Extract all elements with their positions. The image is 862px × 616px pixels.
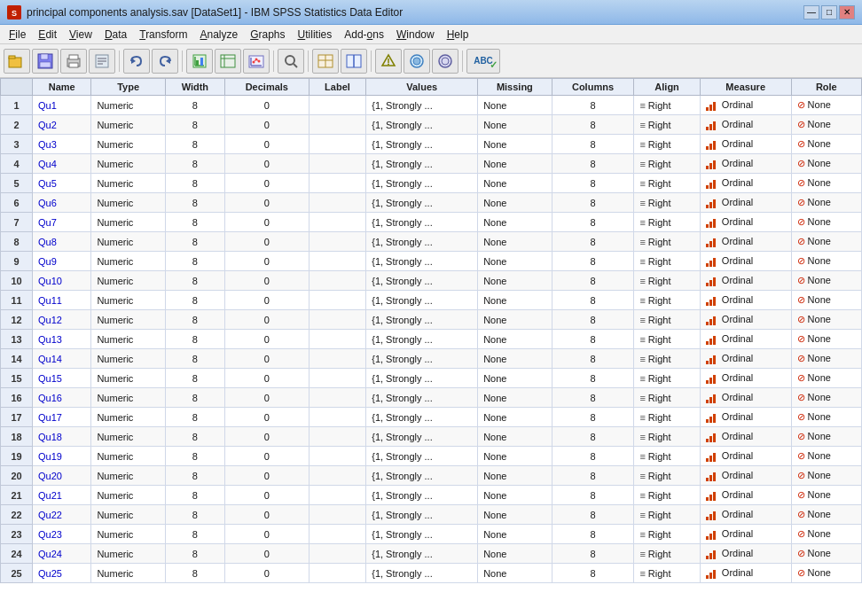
table-row[interactable]: 5Qu5Numeric80{1, Strongly ...None8≡Right… <box>1 174 862 193</box>
table-row[interactable]: 12Qu12Numeric80{1, Strongly ...None8≡Rig… <box>1 310 862 330</box>
cell-name[interactable]: Qu23 <box>33 525 91 544</box>
table-row[interactable]: 21Qu21Numeric80{1, Strongly ...None8≡Rig… <box>1 486 862 505</box>
table-row[interactable]: 13Qu13Numeric80{1, Strongly ...None8≡Rig… <box>1 330 862 349</box>
variable-view-table[interactable]: Name Type Width Decimals Label Values Mi… <box>0 78 862 616</box>
cell-name[interactable]: Qu22 <box>33 505 91 525</box>
minimize-button[interactable]: — <box>803 5 819 19</box>
col-header-role[interactable]: Role <box>791 79 861 96</box>
table-row[interactable]: 19Qu19Numeric80{1, Strongly ...None8≡Rig… <box>1 447 862 466</box>
cell-name[interactable]: Qu8 <box>33 232 91 252</box>
table-row[interactable]: 2Qu2Numeric80{1, Strongly ...None8≡Right… <box>1 115 862 135</box>
cell-name[interactable]: Qu9 <box>33 252 91 271</box>
cell-name[interactable]: Qu1 <box>33 96 91 115</box>
table-row[interactable]: 7Qu7Numeric80{1, Strongly ...None8≡Right… <box>1 213 862 232</box>
cell-values[interactable]: {1, Strongly ... <box>366 369 478 388</box>
case-button[interactable] <box>312 49 339 74</box>
col-header-width[interactable]: Width <box>165 79 224 96</box>
col-header-columns[interactable]: Columns <box>552 79 634 96</box>
cell-name[interactable]: Qu18 <box>33 427 91 447</box>
menu-utilities[interactable]: Utilities <box>293 27 338 42</box>
title-controls[interactable]: — □ ✕ <box>803 5 855 19</box>
cell-values[interactable]: {1, Strongly ... <box>366 447 478 466</box>
cell-name[interactable]: Qu7 <box>33 213 91 232</box>
table-row[interactable]: 24Qu24Numeric80{1, Strongly ...None8≡Rig… <box>1 544 862 564</box>
cell-values[interactable]: {1, Strongly ... <box>366 544 478 564</box>
cell-name[interactable]: Qu4 <box>33 154 91 174</box>
menu-view[interactable]: View <box>64 27 98 42</box>
table-row[interactable]: 22Qu22Numeric80{1, Strongly ...None8≡Rig… <box>1 505 862 525</box>
table-row[interactable]: 23Qu23Numeric80{1, Strongly ...None8≡Rig… <box>1 525 862 544</box>
cell-name[interactable]: Qu19 <box>33 447 91 466</box>
col-header-align[interactable]: Align <box>634 79 700 96</box>
table-row[interactable]: 15Qu15Numeric80{1, Strongly ...None8≡Rig… <box>1 369 862 388</box>
cell-values[interactable]: {1, Strongly ... <box>366 271 478 291</box>
weight-button[interactable] <box>375 49 402 74</box>
col-header-values[interactable]: Values <box>366 79 478 96</box>
col-header-measure[interactable]: Measure <box>700 79 791 96</box>
menu-help[interactable]: Help <box>442 27 474 42</box>
col-header-decimals[interactable]: Decimals <box>224 79 309 96</box>
chart-button[interactable] <box>243 49 270 74</box>
value-labels-button[interactable] <box>432 49 458 74</box>
menu-data[interactable]: Data <box>99 27 132 42</box>
split-button[interactable] <box>341 49 367 74</box>
cell-values[interactable]: {1, Strongly ... <box>366 135 478 154</box>
cell-values[interactable]: {1, Strongly ... <box>366 154 478 174</box>
cell-name[interactable]: Qu3 <box>33 135 91 154</box>
cell-values[interactable]: {1, Strongly ... <box>366 330 478 349</box>
col-header-missing[interactable]: Missing <box>478 79 552 96</box>
print-button[interactable] <box>60 49 87 74</box>
cell-values[interactable]: {1, Strongly ... <box>366 349 478 369</box>
col-header-name[interactable]: Name <box>33 79 91 96</box>
save-button[interactable] <box>32 49 59 74</box>
table-row[interactable]: 9Qu9Numeric80{1, Strongly ...None8≡Right… <box>1 252 862 271</box>
variable-view-button[interactable] <box>215 49 241 74</box>
table-row[interactable]: 11Qu11Numeric80{1, Strongly ...None8≡Rig… <box>1 291 862 310</box>
undo-button[interactable] <box>123 49 150 74</box>
col-header-type[interactable]: Type <box>91 79 165 96</box>
cell-values[interactable]: {1, Strongly ... <box>366 427 478 447</box>
cell-name[interactable]: Qu2 <box>33 115 91 135</box>
maximize-button[interactable]: □ <box>821 5 837 19</box>
cell-values[interactable]: {1, Strongly ... <box>366 115 478 135</box>
menu-graphs[interactable]: Graphs <box>245 27 290 42</box>
table-row[interactable]: 17Qu17Numeric80{1, Strongly ...None8≡Rig… <box>1 408 862 427</box>
cell-values[interactable]: {1, Strongly ... <box>366 505 478 525</box>
table-row[interactable]: 16Qu16Numeric80{1, Strongly ...None8≡Rig… <box>1 388 862 408</box>
cell-name[interactable]: Qu25 <box>33 564 91 583</box>
goto-data-button[interactable] <box>186 49 213 74</box>
cell-name[interactable]: Qu12 <box>33 310 91 330</box>
menu-analyze[interactable]: Analyze <box>194 27 243 42</box>
cell-name[interactable]: Qu24 <box>33 544 91 564</box>
table-row[interactable]: 3Qu3Numeric80{1, Strongly ...None8≡Right… <box>1 135 862 154</box>
table-row[interactable]: 10Qu10Numeric80{1, Strongly ...None8≡Rig… <box>1 271 862 291</box>
redo-button[interactable] <box>152 49 178 74</box>
select-cases-button[interactable] <box>404 49 430 74</box>
dialog-recall-button[interactable] <box>89 49 115 74</box>
table-row[interactable]: 18Qu18Numeric80{1, Strongly ...None8≡Rig… <box>1 427 862 447</box>
cell-values[interactable]: {1, Strongly ... <box>366 96 478 115</box>
cell-values[interactable]: {1, Strongly ... <box>366 525 478 544</box>
menu-addons[interactable]: Add-ons <box>339 27 389 42</box>
find-button[interactable] <box>278 49 304 74</box>
cell-values[interactable]: {1, Strongly ... <box>366 486 478 505</box>
spell-check-button[interactable]: ABC ✓ <box>466 49 500 74</box>
table-row[interactable]: 14Qu14Numeric80{1, Strongly ...None8≡Rig… <box>1 349 862 369</box>
cell-name[interactable]: Qu20 <box>33 466 91 486</box>
col-header-label[interactable]: Label <box>309 79 366 96</box>
cell-name[interactable]: Qu17 <box>33 408 91 427</box>
cell-name[interactable]: Qu21 <box>33 486 91 505</box>
table-row[interactable]: 6Qu6Numeric80{1, Strongly ...None8≡Right… <box>1 193 862 213</box>
cell-values[interactable]: {1, Strongly ... <box>366 232 478 252</box>
menu-transform[interactable]: Transform <box>134 27 192 42</box>
cell-name[interactable]: Qu16 <box>33 388 91 408</box>
table-row[interactable]: 8Qu8Numeric80{1, Strongly ...None8≡Right… <box>1 232 862 252</box>
cell-values[interactable]: {1, Strongly ... <box>366 408 478 427</box>
cell-name[interactable]: Qu5 <box>33 174 91 193</box>
cell-values[interactable]: {1, Strongly ... <box>366 252 478 271</box>
cell-values[interactable]: {1, Strongly ... <box>366 291 478 310</box>
cell-values[interactable]: {1, Strongly ... <box>366 388 478 408</box>
close-button[interactable]: ✕ <box>839 5 855 19</box>
open-button[interactable] <box>4 49 30 74</box>
cell-name[interactable]: Qu11 <box>33 291 91 310</box>
